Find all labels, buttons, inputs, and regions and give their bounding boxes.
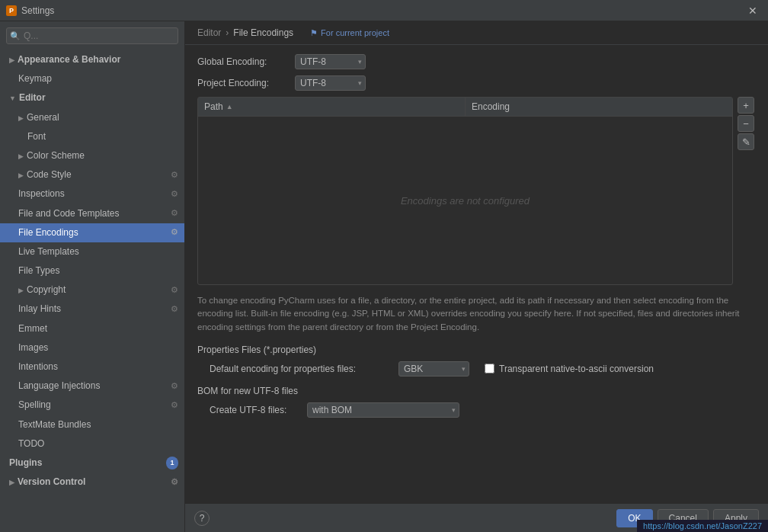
breadcrumb-separator: › (226, 27, 229, 38)
sort-icon: ▲ (226, 103, 233, 111)
search-input[interactable] (6, 27, 178, 44)
sidebar-item-version-control[interactable]: Version Control ⚙ (0, 473, 184, 492)
plugins-badge: 1 (166, 457, 178, 469)
settings-icon: ⚙ (171, 226, 178, 239)
expand-icon (18, 170, 24, 181)
transparent-conversion-checkbox[interactable] (485, 364, 494, 373)
encoding-column-header[interactable]: Encoding (466, 98, 732, 116)
project-encoding-select[interactable]: UTF-8 UTF-16 ISO-8859-1 GBK (295, 75, 366, 91)
sidebar-item-code-style[interactable]: Code Style ⚙ (0, 165, 184, 184)
content-body: Global Encoding: UTF-8 UTF-16 ISO-8859-1… (185, 45, 768, 504)
encodings-table-outer: Path ▲ Encoding Encodings are not config… (197, 97, 733, 285)
expand-icon (9, 55, 14, 66)
global-encoding-select-wrapper[interactable]: UTF-8 UTF-16 ISO-8859-1 GBK ▾ (295, 54, 366, 69)
expand-icon (18, 113, 24, 123)
encodings-table: Path ▲ Encoding Encodings are not config… (197, 97, 733, 285)
default-encoding-select[interactable]: GBK UTF-8 UTF-16 ISO-8859-1 (398, 361, 469, 377)
expand-icon (18, 151, 24, 162)
title-bar: P Settings ✕ (0, 0, 768, 21)
sidebar-item-file-encodings[interactable]: File Encodings ⚙ (0, 223, 184, 242)
sidebar-item-appearance[interactable]: Appearance & Behavior (0, 50, 184, 69)
default-encoding-row: Default encoding for properties files: G… (197, 361, 756, 377)
create-utf8-label: Create UTF-8 files: (210, 405, 301, 415)
sidebar-item-file-code-templates[interactable]: File and Code Templates ⚙ (0, 204, 184, 223)
project-encoding-select-wrapper[interactable]: UTF-8 UTF-16 ISO-8859-1 GBK ▾ (295, 75, 366, 91)
table-actions: + − ✎ (738, 97, 754, 150)
table-header: Path ▲ Encoding (198, 98, 732, 117)
sidebar-item-inlay-hints[interactable]: Inlay Hints ⚙ (0, 300, 184, 319)
search-icon: 🔍 (10, 31, 21, 41)
sidebar-item-editor[interactable]: Editor (0, 88, 184, 107)
empty-state-text: Encodings are not configured (401, 195, 530, 207)
settings-icon: ⚙ (171, 168, 178, 182)
title-bar-left: P Settings (6, 5, 54, 16)
settings-icon: ⚙ (171, 476, 178, 489)
project-icon: ⚑ (310, 28, 318, 38)
sidebar-item-general[interactable]: General (0, 108, 184, 127)
description-text: To change encoding PyCharm uses for a fi… (197, 294, 756, 334)
sidebar-item-textmate[interactable]: TextMate Bundles (0, 415, 184, 434)
global-encoding-select[interactable]: UTF-8 UTF-16 ISO-8859-1 GBK (295, 54, 366, 69)
settings-icon: ⚙ (171, 187, 178, 201)
search-box[interactable]: 🔍 (6, 27, 178, 44)
project-indicator: ⚑ For current project (310, 28, 389, 38)
sidebar-item-color-scheme[interactable]: Color Scheme (0, 146, 184, 165)
transparent-conversion-label: Transparent native-to-ascii conversion (499, 364, 654, 374)
sidebar-item-todo[interactable]: TODO (0, 434, 184, 453)
default-encoding-label: Default encoding for properties files: (210, 364, 392, 374)
expand-icon (9, 93, 16, 104)
sidebar-item-emmet[interactable]: Emmet (0, 319, 184, 338)
breadcrumb-current: File Encodings (233, 27, 293, 38)
transparent-conversion-row: Transparent native-to-ascii conversion (485, 364, 654, 374)
path-column-header[interactable]: Path ▲ (198, 98, 466, 116)
settings-icon: ⚙ (171, 284, 178, 297)
sidebar-item-plugins[interactable]: Plugins 1 (0, 453, 184, 473)
add-button[interactable]: + (738, 97, 754, 114)
settings-icon: ⚙ (171, 399, 178, 412)
settings-icon: ⚙ (171, 303, 178, 316)
main-container: 🔍 Appearance & Behavior Keymap Editor Ge… (0, 21, 768, 532)
project-encoding-label: Project Encoding: (197, 78, 289, 88)
settings-icon: ⚙ (171, 380, 178, 393)
project-encoding-row: Project Encoding: UTF-8 UTF-16 ISO-8859-… (197, 75, 756, 91)
create-utf8-select[interactable]: with BOM without BOM with BOM (always) (307, 402, 459, 418)
project-label: For current project (321, 28, 389, 37)
sidebar-item-images[interactable]: Images (0, 338, 184, 357)
global-encoding-row: Global Encoding: UTF-8 UTF-16 ISO-8859-1… (197, 54, 756, 69)
app-icon: P (6, 5, 17, 16)
expand-icon (9, 477, 14, 488)
bom-section-title: BOM for new UTF-8 files (197, 386, 756, 396)
properties-section-title: Properties Files (*.properties) (197, 345, 756, 355)
expand-icon (18, 285, 24, 296)
sidebar-item-font[interactable]: Font (0, 127, 184, 146)
content-area: Editor › File Encodings ⚑ For current pr… (185, 21, 768, 532)
remove-button[interactable]: − (738, 115, 754, 132)
default-encoding-select-wrapper[interactable]: GBK UTF-8 UTF-16 ISO-8859-1 ▾ (398, 361, 469, 377)
settings-icon: ⚙ (171, 207, 178, 220)
sidebar-item-file-types[interactable]: File Types (0, 261, 184, 280)
sidebar-item-language-injections[interactable]: Language Injections ⚙ (0, 377, 184, 396)
global-encoding-label: Global Encoding: (197, 56, 289, 67)
close-button[interactable]: ✕ (744, 3, 762, 18)
sidebar-item-keymap[interactable]: Keymap (0, 69, 184, 88)
sidebar-item-intentions[interactable]: Intentions (0, 357, 184, 377)
breadcrumb: Editor › File Encodings ⚑ For current pr… (185, 21, 768, 45)
sidebar-item-copyright[interactable]: Copyright ⚙ (0, 280, 184, 300)
url-bar: https://blog.csdn.net/JasonZ227 (637, 520, 768, 532)
table-body: Encodings are not configured (198, 117, 732, 284)
edit-button[interactable]: ✎ (738, 133, 754, 150)
create-utf8-select-wrapper[interactable]: with BOM without BOM with BOM (always) ▾ (307, 402, 459, 418)
create-utf8-row: Create UTF-8 files: with BOM without BOM… (197, 402, 756, 418)
help-button[interactable]: ? (194, 511, 210, 526)
breadcrumb-parent: Editor (197, 27, 221, 38)
sidebar-item-inspections[interactable]: Inspections ⚙ (0, 184, 184, 204)
sidebar-item-live-templates[interactable]: Live Templates (0, 242, 184, 261)
window-title: Settings (21, 5, 54, 16)
sidebar: 🔍 Appearance & Behavior Keymap Editor Ge… (0, 21, 185, 532)
sidebar-item-spelling[interactable]: Spelling ⚙ (0, 396, 184, 415)
